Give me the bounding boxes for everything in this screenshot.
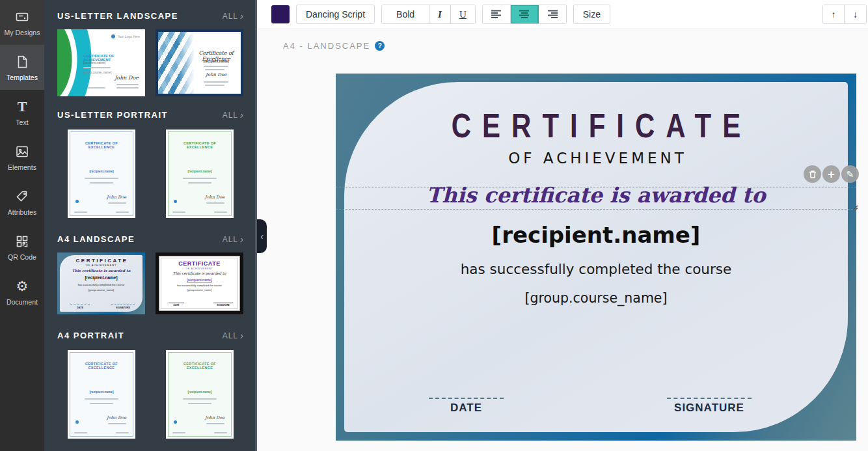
- italic-button[interactable]: I: [429, 5, 451, 23]
- all-link-a4-portrait[interactable]: ALL: [223, 330, 244, 341]
- sidebar-item-templates[interactable]: Templates: [0, 45, 44, 90]
- help-icon[interactable]: [375, 41, 385, 51]
- course-name-text[interactable]: [group.course_name]: [336, 290, 856, 306]
- font-family-button[interactable]: Dancing Script: [296, 5, 375, 24]
- thumb-recipient: [recipient.name]: [170, 170, 230, 173]
- thumb-recipient: [recipient.name]: [159, 278, 239, 282]
- template-file-icon: [14, 54, 30, 70]
- logo-dot-icon: [111, 34, 115, 38]
- thumb-title: CERTIFICATE: [159, 260, 239, 267]
- underline-glyph: U: [459, 9, 467, 20]
- template-thumbnail-portrait-green[interactable]: CERTIFICATE OF EXCELLENCE [recipient.nam…: [166, 130, 234, 218]
- text-line-placeholder: [204, 66, 228, 67]
- text-line-placeholder: [172, 432, 185, 433]
- thumb-signature: John Doe: [205, 415, 224, 420]
- thumb-row: CERTIFICATE OF EXCELLENCE [recipient.nam…: [44, 350, 257, 439]
- sidebar-item-label: Elements: [8, 163, 36, 171]
- sidebar-item-attributes[interactable]: Attributes: [0, 180, 44, 225]
- thumb-recipient: [recipient.name]: [72, 170, 131, 173]
- text-line-placeholder: [214, 212, 227, 213]
- template-thumbnail-teal-certificate[interactable]: CERTIFICATE OF ACHIEVEMENT This certific…: [57, 253, 145, 314]
- main-area: Dancing Script Bold I U Size: [257, 0, 868, 451]
- thumb-title: CERTIFICATE OF EXCELLENCE: [170, 141, 230, 149]
- font-color-swatch[interactable]: [271, 5, 290, 23]
- thumb-row: CERTIFICATE OF ACHIEVEMENT This certific…: [44, 253, 257, 314]
- pencil-icon: [847, 169, 854, 180]
- template-thumbnail-purple-border[interactable]: CERTIFICATE OF ACHIEVEMENT This certific…: [156, 253, 243, 314]
- thumb-awarded-line: This certificate is awarded to: [159, 271, 239, 275]
- logo-text: Your Logo Here: [117, 34, 140, 38]
- sidebar: My Designs Templates T Text Elements Att…: [0, 0, 44, 451]
- sidebar-item-qr-code[interactable]: QR Code: [0, 225, 44, 269]
- text-line-placeholder: [74, 432, 87, 433]
- all-label: ALL: [223, 12, 238, 21]
- align-left-icon: [491, 10, 502, 19]
- text-line-placeholder: [87, 87, 105, 89]
- templates-panel: US-LETTER LANDSCAPE ALL Your Logo Here C…: [44, 0, 257, 451]
- recipient-name-text[interactable]: [recipient.name]: [336, 222, 856, 248]
- move-layer-down-button[interactable]: [845, 5, 866, 23]
- thumb-title: CERTIFICATE OF EXCELLENCE: [170, 362, 230, 370]
- section-title: US-LETTER PORTRAIT: [57, 110, 168, 120]
- text-line-placeholder: [214, 432, 227, 433]
- chevron-left-icon: [260, 230, 264, 242]
- delete-element-button[interactable]: [804, 165, 821, 183]
- underline-button[interactable]: U: [451, 5, 475, 23]
- bold-button[interactable]: Bold: [382, 5, 429, 23]
- all-link-a4-landscape[interactable]: ALL: [223, 234, 244, 245]
- text-toolbar: Dancing Script Bold I U Size: [257, 0, 868, 29]
- plus-icon: [828, 169, 835, 180]
- sidebar-item-text[interactable]: T Text: [0, 90, 44, 135]
- sidebar-item-document[interactable]: Document: [0, 269, 44, 314]
- date-label[interactable]: DATE: [429, 398, 504, 415]
- completed-course-text[interactable]: has successfully completed the course: [336, 261, 856, 277]
- thumb-signature: John Doe: [107, 195, 126, 200]
- template-thumbnail-blue-mosaic[interactable]: Certificate of Excellence [recipient.nam…: [156, 29, 243, 96]
- text-line-placeholder: [188, 182, 211, 184]
- all-label: ALL: [223, 111, 238, 120]
- text-line-placeholder: [85, 178, 118, 179]
- awarded-to-text[interactable]: This certificate is awarded to: [336, 183, 856, 208]
- add-element-button[interactable]: [822, 165, 840, 183]
- template-thumbnail-a4-portrait-blue[interactable]: CERTIFICATE OF EXCELLENCE [recipient.nam…: [68, 350, 135, 439]
- certificate-title[interactable]: CERTIFICATE: [336, 107, 856, 146]
- template-thumbnail-green-swoosh[interactable]: Your Logo Here CERTIFICATE OF ACHIEVEMEN…: [57, 29, 145, 96]
- align-left-button[interactable]: [483, 5, 511, 23]
- edit-element-button[interactable]: [841, 165, 859, 183]
- certificate-artboard[interactable]: CERTIFICATE OF ACHIEVEMENT This certific…: [336, 74, 856, 441]
- text-line-placeholder: [83, 67, 111, 68]
- template-thumbnail-a4-portrait-green[interactable]: CERTIFICATE OF EXCELLENCE [recipient.nam…: [166, 350, 234, 439]
- panel-collapse-button[interactable]: [257, 219, 267, 253]
- text-line-placeholder: [183, 398, 217, 400]
- signature-label[interactable]: SIGNATURE: [667, 398, 752, 415]
- thumb-date-label: DATE: [169, 303, 184, 307]
- align-right-button[interactable]: [539, 5, 566, 23]
- thumb-awarded-line: This certificate is awarded to: [57, 269, 145, 273]
- thumb-date-label: DATE: [70, 305, 90, 309]
- alignment-group: [482, 5, 567, 24]
- font-style-group: Bold I U: [381, 5, 476, 24]
- logo-dot-icon: [174, 200, 177, 203]
- format-label: A4 - LANDSCAPE: [283, 41, 370, 51]
- chevron-right-icon: [240, 234, 244, 245]
- sidebar-item-my-designs[interactable]: My Designs: [0, 0, 44, 45]
- thumb-logo: Your Logo Here: [111, 34, 140, 38]
- font-size-button[interactable]: Size: [573, 5, 610, 24]
- thumb-recipient: [recipient.name]: [170, 390, 230, 394]
- move-layer-up-button[interactable]: [823, 5, 845, 23]
- align-center-button[interactable]: [511, 5, 539, 23]
- text-line-placeholder: [108, 423, 126, 424]
- thumb-recipient: [recipient.name]: [193, 59, 239, 63]
- tag-icon: [14, 189, 30, 204]
- logo-dot-icon: [75, 420, 79, 424]
- all-link-us-letter-landscape[interactable]: ALL: [223, 10, 244, 21]
- template-thumbnail-portrait-blue[interactable]: CERTIFICATE OF EXCELLENCE [recipient.nam…: [68, 130, 135, 218]
- section-header-a4-landscape: A4 LANDSCAPE ALL: [44, 234, 257, 245]
- text-line-placeholder: [108, 202, 126, 204]
- sidebar-item-elements[interactable]: Elements: [0, 135, 44, 180]
- thumb-completed-line: has successfully completed the course: [159, 284, 239, 287]
- chevron-right-icon: [240, 109, 244, 120]
- align-right-icon: [547, 10, 558, 19]
- all-link-us-letter-portrait[interactable]: ALL: [223, 109, 244, 120]
- certificate-subtitle[interactable]: OF ACHIEVEMENT: [336, 150, 856, 167]
